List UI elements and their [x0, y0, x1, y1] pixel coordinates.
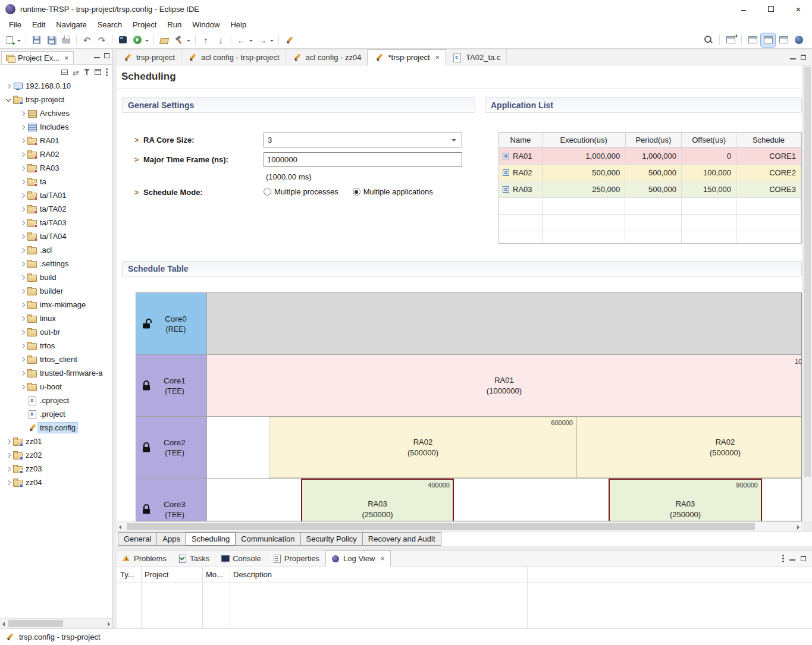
col-name[interactable]: Name — [499, 133, 543, 147]
open-resource-button[interactable] — [157, 33, 171, 47]
menu-project[interactable]: Project — [127, 19, 162, 30]
chevron-right-icon[interactable] — [4, 440, 13, 443]
minimize-button[interactable]: – — [730, 0, 757, 18]
new-wizard-button[interactable] — [2, 33, 17, 47]
undo-button[interactable] — [80, 33, 94, 47]
core0-cell[interactable]: Core0(REE) — [136, 293, 207, 354]
editor-tab-trsp-project[interactable]: trsp-project — [117, 49, 181, 65]
terminal-button[interactable] — [115, 33, 130, 47]
run-caret[interactable] — [145, 40, 149, 43]
chevron-right-icon[interactable] — [18, 235, 27, 238]
col-period[interactable]: Period(us) — [626, 133, 682, 147]
last-edit-location-button[interactable] — [282, 33, 296, 47]
chevron-right-icon[interactable] — [4, 84, 13, 88]
tree-item[interactable]: RA02 — [0, 147, 112, 161]
minimize-view-icon[interactable] — [790, 55, 796, 59]
filter-icon[interactable] — [84, 69, 90, 75]
tree-item[interactable]: imx-mkimage — [0, 298, 112, 312]
view-menu-icon[interactable] — [106, 68, 108, 70]
chevron-right-icon[interactable] — [18, 290, 27, 293]
log-col-project[interactable]: Project — [145, 567, 168, 582]
table-row-empty[interactable] — [499, 198, 801, 215]
editor-tab-acl-config-zz04[interactable]: acl config - zz04 — [286, 49, 368, 65]
tree-item[interactable]: RA01 — [0, 134, 112, 147]
chevron-right-icon[interactable] — [4, 454, 13, 457]
maximize-view-icon[interactable] — [801, 55, 806, 60]
tree-item[interactable]: out-br — [0, 325, 112, 339]
schedule-block-ra02-1[interactable]: RA02(500000)600000 — [269, 417, 576, 478]
tab-tasks[interactable]: Tasks — [173, 550, 215, 566]
forward-button[interactable] — [255, 33, 269, 47]
ra-core-size-select[interactable]: 3 — [264, 133, 462, 147]
chevron-right-icon[interactable] — [4, 481, 13, 484]
tree-item[interactable]: linux — [0, 312, 112, 325]
form-tab-security-policy[interactable]: Security Policy — [300, 532, 363, 546]
table-row-empty[interactable] — [499, 231, 801, 244]
tree-item[interactable]: u-boot — [0, 380, 112, 394]
chevron-right-icon[interactable] — [18, 194, 27, 197]
tab-problems[interactable]: Problems — [117, 550, 173, 566]
tree-item[interactable]: zz01 — [0, 435, 112, 448]
menu-window[interactable]: Window — [187, 19, 225, 30]
menu-help[interactable]: Help — [225, 19, 252, 30]
core1-cell[interactable]: Core1(TEE) — [136, 355, 207, 416]
chevron-right-icon[interactable] — [18, 344, 27, 348]
close-icon[interactable]: × — [64, 54, 69, 62]
col-schedule[interactable]: Schedule — [736, 133, 801, 147]
save-button[interactable] — [29, 33, 43, 47]
tree-item[interactable]: trtos — [0, 339, 112, 353]
chevron-right-icon[interactable] — [4, 467, 13, 471]
tree-item[interactable]: trtos_client — [0, 353, 112, 366]
table-row-ra01[interactable]: RA01 1,000,000 1,000,000 0 CORE1 — [499, 148, 801, 165]
previous-annotation-button[interactable] — [199, 33, 213, 47]
tree-item[interactable]: Includes — [0, 120, 112, 134]
chevron-right-icon[interactable] — [18, 262, 27, 266]
chevron-right-icon[interactable] — [18, 331, 27, 334]
editor-tab-trsp-project-active[interactable]: *trsp-project× — [368, 49, 446, 65]
new-wizard-caret[interactable] — [17, 40, 21, 43]
menu-search[interactable]: Search — [92, 19, 127, 30]
tree-item[interactable]: trusted-firmware-a — [0, 366, 112, 380]
back-caret[interactable] — [249, 40, 253, 43]
search-button[interactable] — [701, 33, 716, 47]
log-col-module[interactable]: Mo... — [206, 567, 223, 582]
perspective-resource-button[interactable] — [776, 33, 791, 47]
scrollbar-thumb[interactable] — [127, 523, 755, 530]
scroll-left-icon[interactable] — [119, 525, 121, 530]
maximize-button[interactable] — [757, 0, 785, 18]
save-all-button[interactable] — [44, 33, 58, 47]
core2-cell[interactable]: Core2(TEE) — [136, 417, 207, 478]
form-tab-communication[interactable]: Communication — [235, 532, 300, 546]
close-icon[interactable]: × — [435, 53, 440, 62]
core3-cell[interactable]: Core3(TEE) — [136, 479, 207, 521]
chevron-right-icon[interactable] — [18, 207, 27, 211]
tab-console[interactable]: Console — [215, 550, 267, 566]
open-perspective-button[interactable] — [723, 33, 738, 47]
menu-run[interactable]: Run — [162, 19, 187, 30]
schedule-block-ra02-2[interactable]: RA02(500000) — [576, 417, 801, 478]
chevron-right-icon[interactable] — [18, 180, 27, 184]
tree-item[interactable]: builder — [0, 284, 112, 298]
maximize-view-icon[interactable] — [801, 556, 806, 561]
table-row-ra02[interactable]: RA02 500,000 500,000 100,000 CORE2 — [499, 165, 801, 181]
major-time-frame-input[interactable] — [264, 152, 462, 167]
perspective-remote-button[interactable] — [792, 33, 806, 47]
tree-item[interactable]: .acl — [0, 243, 112, 257]
log-col-description[interactable]: Description — [233, 567, 272, 582]
print-button[interactable] — [59, 33, 73, 47]
editor-horizontal-scrollbar[interactable] — [117, 521, 802, 531]
scroll-right-icon[interactable] — [797, 525, 800, 530]
tree-item[interactable]: build — [0, 270, 112, 284]
schedule-block-ra03-1[interactable]: RA03(250000)400000 — [301, 479, 454, 521]
table-row-ra03[interactable]: RA03 250,000 500,000 150,000 CORE3 — [499, 181, 801, 198]
form-tab-recovery-and-audit[interactable]: Recovery and Audit — [362, 532, 441, 546]
back-button[interactable] — [234, 33, 249, 47]
close-button[interactable]: × — [785, 0, 812, 18]
tree-item[interactable]: trsp-project — [0, 93, 112, 106]
chevron-right-icon[interactable] — [18, 139, 27, 143]
build-caret[interactable] — [187, 40, 190, 43]
tree-item[interactable]: .cproject — [0, 394, 112, 407]
chevron-right-icon[interactable] — [18, 303, 27, 307]
run-button[interactable] — [130, 33, 145, 47]
tab-properties[interactable]: Properties — [267, 550, 325, 566]
